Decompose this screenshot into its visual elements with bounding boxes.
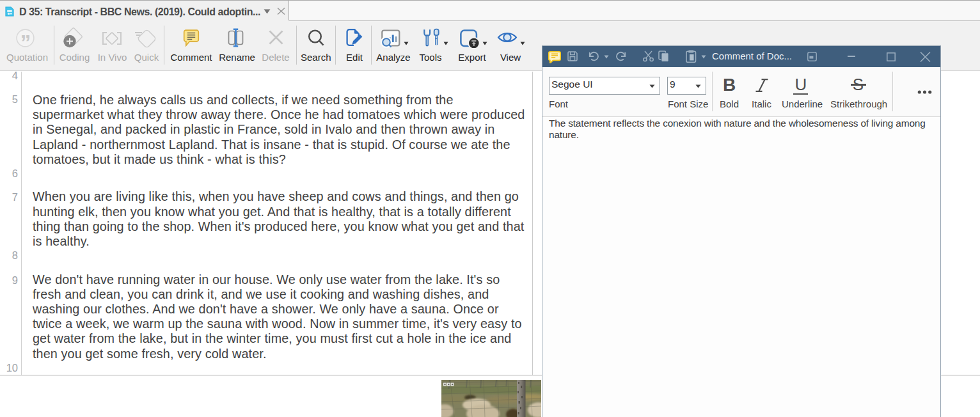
svg-text:”: ”	[20, 31, 31, 47]
